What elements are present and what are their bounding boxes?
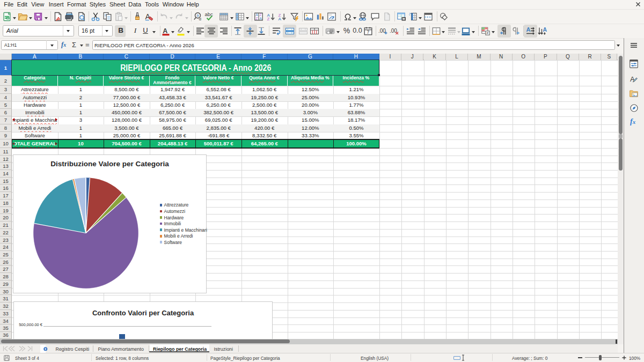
svg-text:A: A bbox=[630, 75, 635, 83]
